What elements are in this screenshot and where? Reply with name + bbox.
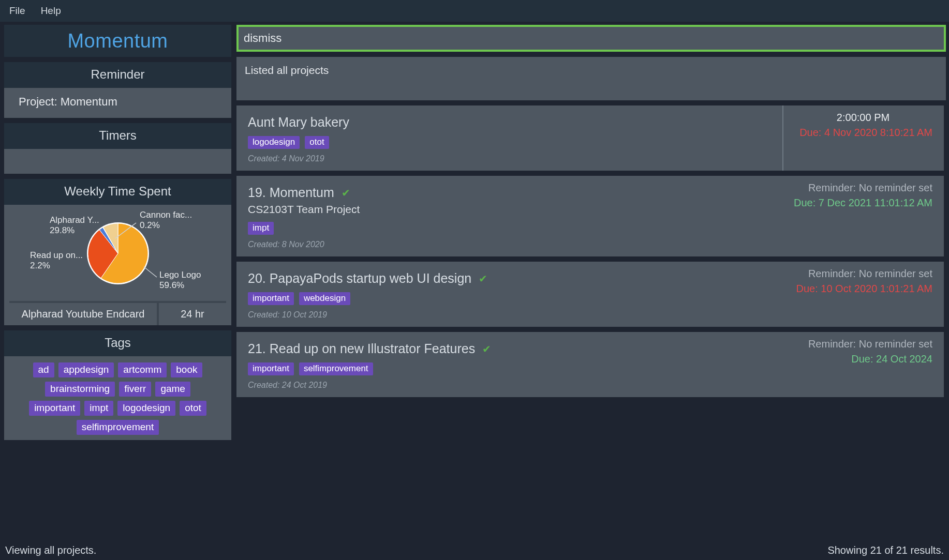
tag-otot[interactable]: otot	[305, 136, 329, 149]
project-title: 20. PapayaPods startup web UI design✔	[248, 271, 782, 286]
app-title: Momentum	[4, 25, 231, 57]
tag-ad[interactable]: ad	[33, 362, 54, 377]
tag-otot[interactable]: otot	[180, 401, 206, 416]
project-card[interactable]: 21. Read up on new Illustrator Features✔…	[236, 332, 944, 397]
content-area: Listed all projects Aunt Mary bakerylogo…	[235, 22, 949, 540]
status-message: Listed all projects	[236, 57, 946, 100]
reminder-panel: Reminder Project: Momentum	[4, 62, 231, 118]
tag-appdesign[interactable]: appdesign	[58, 362, 114, 377]
command-box	[236, 25, 946, 52]
weekly-row-hours: 24 hr	[157, 301, 226, 325]
check-icon: ✔	[479, 273, 487, 285]
project-subtitle: CS2103T Team Project	[248, 203, 782, 216]
footer-left: Viewing all projects.	[5, 544, 96, 556]
pie-label-lego-pct: 59.6%	[159, 280, 184, 290]
project-tags: importantselfimprovement	[248, 362, 782, 375]
project-created: Created: 4 Nov 2019	[248, 154, 782, 163]
check-icon: ✔	[482, 343, 491, 355]
tag-webdesign[interactable]: webdesign	[299, 292, 350, 305]
tag-artcomm[interactable]: artcomm	[118, 362, 167, 377]
menu-file[interactable]: File	[9, 5, 25, 17]
sidebar: Momentum Reminder Project: Momentum Time…	[0, 22, 235, 540]
tag-selfimprovement[interactable]: selfimprovement	[77, 420, 159, 435]
command-input[interactable]	[242, 28, 941, 48]
project-created: Created: 10 Oct 2019	[248, 310, 782, 320]
weekly-pie-chart: Alpharad Y... 29.8% Read up on... 2.2% C…	[9, 210, 226, 298]
tag-important[interactable]: important	[248, 362, 294, 375]
pie-label-lego: Lego Logo	[159, 270, 201, 280]
pie-label-readup: Read up on...	[30, 250, 83, 260]
project-reminder: Reminder: No reminder set	[793, 182, 932, 194]
project-reminder: Reminder: No reminder set	[793, 338, 932, 350]
tag-impt[interactable]: impt	[248, 222, 274, 235]
project-created: Created: 24 Oct 2019	[248, 381, 782, 390]
timers-body	[4, 149, 231, 174]
tag-fiverr[interactable]: fiverr	[119, 382, 151, 397]
tag-brainstorming[interactable]: brainstorming	[45, 382, 115, 397]
tag-book[interactable]: book	[171, 362, 202, 377]
pie-label-cannon: Cannon fac...	[140, 210, 192, 220]
project-title: 21. Read up on new Illustrator Features✔	[248, 341, 782, 356]
project-due: Due: 7 Dec 2021 11:01:12 AM	[793, 197, 932, 209]
pie-label-alpharad-pct: 29.8%	[50, 225, 75, 235]
project-created: Created: 8 Nov 2020	[248, 240, 782, 249]
check-icon: ✔	[342, 187, 350, 199]
project-card[interactable]: 20. PapayaPods startup web UI design✔imp…	[236, 262, 944, 327]
project-title: Aunt Mary bakery	[248, 115, 782, 130]
tag-important[interactable]: important	[29, 401, 80, 416]
project-due: Due: 10 Oct 2020 1:01:21 AM	[793, 283, 932, 295]
tag-logodesign[interactable]: logodesign	[248, 136, 300, 149]
weekly-header: Weekly Time Spent	[4, 179, 231, 205]
project-tags: impt	[248, 222, 782, 235]
footer-right: Showing 21 of 21 results.	[827, 544, 944, 556]
project-tags: importantwebdesign	[248, 292, 782, 305]
tag-selfimprovement[interactable]: selfimprovement	[299, 362, 373, 375]
tags-panel: Tags adappdesignartcommbookbrainstorming…	[4, 330, 231, 440]
tag-important[interactable]: important	[248, 292, 294, 305]
project-list[interactable]: Aunt Mary bakerylogodesignototCreated: 4…	[236, 105, 946, 537]
weekly-row-name: Alpharad Youtube Endcard	[9, 301, 157, 325]
project-card[interactable]: 19. Momentum✔CS2103T Team ProjectimptCre…	[236, 176, 944, 256]
project-card[interactable]: Aunt Mary bakerylogodesignototCreated: 4…	[236, 105, 944, 171]
project-due: Due: 4 Nov 2020 8:10:21 AM	[794, 127, 932, 139]
project-due: Due: 24 Oct 2024	[793, 353, 932, 365]
timers-panel: Timers	[4, 123, 231, 174]
tag-game[interactable]: game	[155, 382, 190, 397]
weekly-panel: Weekly Time Spent Alpharad Y... 29.8% Re…	[4, 179, 231, 325]
pie-label-cannon-pct: 0.2%	[140, 220, 160, 230]
menu-bar: File Help	[0, 0, 949, 22]
tags-header: Tags	[4, 330, 231, 356]
tags-body: adappdesignartcommbookbrainstormingfiver…	[4, 356, 231, 440]
pie-label-alpharad: Alpharad Y...	[50, 215, 99, 225]
project-title: 19. Momentum✔	[248, 185, 782, 200]
project-reminder: Reminder: No reminder set	[793, 268, 932, 280]
tag-logodesign[interactable]: logodesign	[117, 401, 175, 416]
pie-label-readup-pct: 2.2%	[30, 261, 50, 270]
tag-impt[interactable]: impt	[84, 401, 113, 416]
reminder-text: Project: Momentum	[4, 88, 231, 118]
menu-help[interactable]: Help	[41, 5, 61, 17]
timers-header: Timers	[4, 123, 231, 149]
project-tags: logodesignotot	[248, 136, 782, 149]
reminder-header: Reminder	[4, 62, 231, 88]
project-time: 2:00:00 PM	[794, 112, 932, 124]
status-bar: Viewing all projects. Showing 21 of 21 r…	[0, 540, 949, 560]
